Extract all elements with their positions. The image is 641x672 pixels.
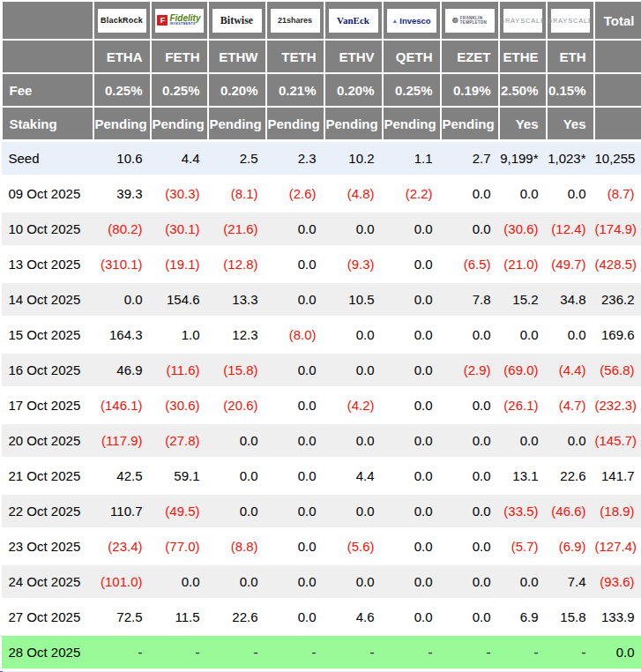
provider-cell-ethw: Bitwise bbox=[208, 1, 266, 40]
value-cell: 72.5 bbox=[93, 600, 151, 635]
value-cell: 0.0 bbox=[208, 564, 266, 600]
ticker-qeth: QETH bbox=[383, 40, 441, 73]
value-cell: - bbox=[547, 635, 594, 670]
value-cell: (11.6) bbox=[151, 353, 208, 388]
value-cell: (127.4) bbox=[594, 529, 641, 564]
grayscale-logo-text: GRAYSCALE bbox=[499, 17, 546, 25]
value-cell: 34.8 bbox=[547, 282, 594, 317]
table-row: 27 Oct 202572.511.522.60.04.60.00.06.915… bbox=[2, 600, 641, 635]
value-cell: (4.8) bbox=[324, 176, 383, 212]
staking-ethe: Yes bbox=[499, 107, 547, 141]
value-cell: (6.9) bbox=[547, 529, 594, 564]
value-cell: 46.9 bbox=[93, 353, 151, 388]
table-row: 24 Oct 2025(101.0)0.00.00.00.00.00.00.07… bbox=[2, 564, 641, 600]
value-cell: 0.0 bbox=[266, 353, 324, 388]
ticker-etha: ETHA bbox=[93, 40, 151, 73]
value-cell: (21.6) bbox=[208, 212, 266, 247]
ticker-feth: FETH bbox=[151, 40, 208, 73]
ticker-ethw: ETHW bbox=[208, 40, 266, 73]
value-cell: (8.7) bbox=[594, 176, 641, 212]
value-cell: 0.0 bbox=[383, 247, 441, 282]
value-cell: (12.8) bbox=[208, 247, 266, 282]
value-cell: (18.9) bbox=[594, 494, 641, 529]
ticker-ezet: EZET bbox=[441, 40, 499, 73]
staking-ezet: Pending bbox=[441, 107, 499, 141]
value-cell: 59.1 bbox=[151, 459, 208, 494]
value-cell: 0.0 bbox=[266, 494, 324, 529]
value-cell: 7.8 bbox=[441, 282, 499, 317]
fee-ezet: 0.19% bbox=[441, 73, 499, 107]
value-cell: 0.0 bbox=[441, 212, 499, 247]
row-label: 16 Oct 2025 bbox=[2, 353, 93, 388]
value-cell: 22.6 bbox=[208, 600, 266, 635]
value-cell: - bbox=[208, 635, 266, 670]
row-label: 22 Oct 2025 bbox=[2, 494, 93, 529]
value-cell: 0.0 bbox=[547, 423, 594, 459]
value-cell: (56.8) bbox=[594, 353, 641, 388]
table-row: 28 Oct 2025---------0.0 bbox=[2, 635, 641, 670]
value-cell: 0.0 bbox=[383, 353, 441, 388]
value-cell: (26.1) bbox=[499, 388, 547, 423]
value-cell: 0.0 bbox=[499, 176, 547, 212]
value-cell: (117.9) bbox=[93, 423, 151, 459]
provider-logo-invesco: ▲Invesco bbox=[387, 9, 436, 33]
value-cell: 0.0 bbox=[324, 494, 383, 529]
value-cell: 10.5 bbox=[324, 282, 383, 317]
value-cell: 22.6 bbox=[547, 459, 594, 494]
value-cell: - bbox=[93, 635, 151, 670]
value-cell: 2.3 bbox=[266, 141, 324, 176]
value-cell: (19.1) bbox=[151, 247, 208, 282]
ticker-teth: TETH bbox=[266, 40, 324, 73]
value-cell: 0.0 bbox=[324, 423, 383, 459]
value-cell: 110.7 bbox=[93, 494, 151, 529]
value-cell: 1.0 bbox=[151, 317, 208, 353]
table-row: 10 Oct 2025(80.2)(30.1)(21.6)0.00.00.00.… bbox=[2, 212, 641, 247]
fee-row-label: Fee bbox=[2, 73, 93, 107]
fee-etha: 0.25% bbox=[93, 73, 151, 107]
etf-flow-table: BlackRockFFidelityINVESTMENTSBitwise21sh… bbox=[0, 0, 641, 672]
value-cell: 0.0 bbox=[441, 529, 499, 564]
value-cell: (146.1) bbox=[93, 388, 151, 423]
ticker-row-label-cell bbox=[2, 40, 93, 73]
value-cell: 1,023* bbox=[547, 141, 594, 176]
corner-cell bbox=[2, 1, 93, 40]
staking-etha: Pending bbox=[93, 107, 151, 141]
value-cell: (101.0) bbox=[93, 564, 151, 600]
fee-feth: 0.25% bbox=[151, 73, 208, 107]
value-cell: 0.0 bbox=[499, 317, 547, 353]
row-label: 20 Oct 2025 bbox=[2, 423, 93, 459]
value-cell: (30.6) bbox=[151, 388, 208, 423]
value-cell: (46.6) bbox=[547, 494, 594, 529]
value-cell: 6.9 bbox=[499, 600, 547, 635]
value-cell: 0.0 bbox=[266, 247, 324, 282]
provider-logo-21shares: 21shares bbox=[271, 9, 320, 33]
ticker-row: ETHAFETHETHWTETHETHVQETHEZETETHEETH bbox=[2, 40, 641, 73]
value-cell: 0.0 bbox=[324, 353, 383, 388]
provider-logo-grayscale: GRAYSCALE bbox=[551, 9, 590, 33]
value-cell: 0.0 bbox=[266, 529, 324, 564]
table-row: Seed10.64.42.52.310.21.12.79,199*1,023*1… bbox=[2, 141, 641, 176]
value-cell: 0.0 bbox=[266, 564, 324, 600]
row-label: 23 Oct 2025 bbox=[2, 529, 93, 564]
value-cell: (2.2) bbox=[383, 176, 441, 212]
value-cell: - bbox=[324, 635, 383, 670]
table-row: 21 Oct 202542.559.10.00.04.40.00.013.122… bbox=[2, 459, 641, 494]
value-cell: (4.7) bbox=[547, 388, 594, 423]
value-cell: 0.0 bbox=[547, 176, 594, 212]
value-cell: 0.0 bbox=[324, 317, 383, 353]
value-cell: (21.0) bbox=[499, 247, 547, 282]
fee-teth: 0.21% bbox=[266, 73, 324, 107]
value-cell: 0.0 bbox=[499, 564, 547, 600]
table-row: 09 Oct 202539.3(30.3)(8.1)(2.6)(4.8)(2.2… bbox=[2, 176, 641, 212]
value-cell: 0.0 bbox=[441, 423, 499, 459]
staking-ethv: Pending bbox=[324, 107, 383, 141]
staking-row-label: Staking bbox=[2, 107, 93, 141]
row-label: 27 Oct 2025 bbox=[2, 600, 93, 635]
value-cell: (49.5) bbox=[151, 494, 208, 529]
franklin-logo-line2: TEMPLETON bbox=[460, 20, 487, 25]
provider-logo-fidelity: FFidelityINVESTMENTS bbox=[155, 9, 204, 33]
grayscale-logo-text: GRAYSCALE bbox=[547, 17, 593, 25]
value-cell: (30.1) bbox=[151, 212, 208, 247]
provider-cell-feth: FFidelityINVESTMENTS bbox=[151, 1, 208, 40]
value-cell: (23.4) bbox=[93, 529, 151, 564]
